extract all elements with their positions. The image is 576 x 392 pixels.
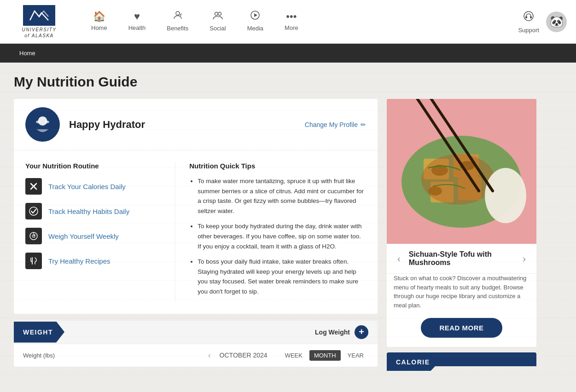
date-nav: ‹ OCTOBER 2024 — [204, 349, 269, 362]
weight-section: WEIGHT Log Weight + Weight (lbs) ‹ OCTOB… — [14, 321, 378, 367]
habits-icon — [25, 203, 42, 219]
prev-date-button[interactable]: ‹ — [204, 349, 215, 362]
recipe-description: Stuck on what to cook? Discover a mouthw… — [387, 274, 536, 318]
svg-point-3 — [218, 12, 221, 16]
change-profile-link[interactable]: Change My Profile ✏ — [305, 121, 366, 128]
svg-point-6 — [524, 12, 533, 21]
benefits-icon — [173, 10, 183, 23]
health-icon: ♥ — [134, 11, 140, 23]
routine-item-recipes[interactable]: Try Healthy Recipes — [25, 253, 161, 269]
tip-item-2: To keep your body hydrated during the da… — [198, 221, 366, 251]
tips-right: Nutrition Quick Tips To make water more … — [175, 162, 366, 302]
svg-point-12 — [45, 121, 49, 123]
recipe-card: ‹ Sichuan-Style Tofu with Mushrooms › St… — [387, 99, 536, 347]
breadcrumb-bar: Home — [0, 44, 576, 63]
routine-section: Your Nutrition Routine Track Your Calori… — [14, 150, 378, 314]
svg-point-11 — [36, 121, 41, 123]
avatar[interactable]: 🐼 — [546, 12, 567, 32]
plus-icon: + — [355, 325, 368, 339]
scale-icon — [25, 228, 42, 244]
support-button[interactable]: Support — [518, 10, 539, 34]
nav-home[interactable]: 🏠 Home — [83, 6, 116, 37]
date-display: OCTOBER 2024 — [218, 352, 269, 359]
fork-knife-icon — [25, 253, 42, 269]
social-icon — [213, 10, 223, 23]
routine-item-calories[interactable]: Track Your Calories Daily — [25, 178, 161, 195]
recipe-image — [387, 99, 536, 244]
main-layout: Happy Hydrator Change My Profile ✏ Your … — [14, 99, 562, 367]
logo-text: UNIVERSITY of ALASKA — [22, 27, 56, 39]
more-icon: ••• — [286, 11, 297, 23]
recipe-title: Sichuan-Style Tofu with Mushrooms — [404, 250, 519, 267]
week-tab[interactable]: WEEK — [280, 350, 307, 361]
navbar: UNIVERSITY of ALASKA 🏠 Home ♥ Health Ben… — [0, 0, 576, 44]
recipe-prev-arrow[interactable]: ‹ — [394, 252, 404, 265]
weight-top-row: WEIGHT Log Weight + — [14, 321, 378, 344]
logo[interactable]: UNIVERSITY of ALASKA — [9, 5, 69, 39]
weight-lbs-label: Weight (lbs) — [23, 352, 55, 359]
nav-health[interactable]: ♥ Health — [120, 6, 154, 37]
profile-card: Happy Hydrator Change My Profile ✏ Your … — [14, 99, 378, 314]
tips-title: Nutrition Quick Tips — [189, 162, 366, 170]
routine-item-habits[interactable]: Track Healthy Habits Daily — [25, 203, 161, 219]
tips-list: To make water more tantalizing, spruce i… — [189, 176, 366, 297]
tip-item-3: To boss your daily fluid intake, take wa… — [198, 257, 366, 296]
page-title: My Nutrition Guide — [14, 74, 562, 90]
breadcrumb[interactable]: Home — [14, 47, 41, 59]
month-tab[interactable]: MONTH — [309, 350, 341, 361]
weight-badge: WEIGHT — [14, 322, 64, 343]
calorie-badge-text: CALORIE — [396, 358, 430, 366]
svg-rect-8 — [530, 16, 532, 18]
nav-right: Support 🐼 — [518, 10, 567, 34]
nav-more[interactable]: ••• More — [276, 6, 307, 37]
routine-left: Your Nutrition Routine Track Your Calori… — [25, 162, 161, 302]
left-panel: Happy Hydrator Change My Profile ✏ Your … — [14, 99, 378, 367]
right-panel: ‹ Sichuan-Style Tofu with Mushrooms › St… — [387, 99, 536, 366]
page-body: My Nutrition Guide Happy Hyd — [0, 63, 576, 392]
nav-social[interactable]: Social — [201, 6, 234, 38]
svg-point-31 — [485, 168, 526, 223]
year-tab[interactable]: YEAR — [343, 350, 368, 361]
routine-title: Your Nutrition Routine — [25, 162, 161, 170]
recipe-nav: ‹ Sichuan-Style Tofu with Mushrooms › — [387, 244, 536, 274]
logo-image — [23, 5, 55, 26]
tip-item-1: To make water more tantalizing, spruce i… — [198, 176, 366, 216]
profile-name: Happy Hydrator — [69, 119, 296, 131]
svg-rect-7 — [525, 16, 527, 18]
svg-point-15 — [29, 207, 38, 215]
profile-avatar — [25, 107, 60, 142]
nav-items: 🏠 Home ♥ Health Benefits — [83, 6, 518, 38]
recipe-next-arrow[interactable]: › — [519, 252, 529, 265]
weight-controls: Weight (lbs) ‹ OCTOBER 2024 WEEK MONTH Y… — [14, 344, 378, 367]
calories-icon — [25, 178, 42, 195]
log-weight-button[interactable]: Log Weight + — [306, 321, 378, 344]
support-label: Support — [518, 27, 539, 34]
view-tabs: WEEK MONTH YEAR — [280, 350, 368, 361]
calorie-teaser: CALORIE — [387, 352, 536, 366]
read-more-button[interactable]: READ MORE — [421, 318, 502, 338]
routine-item-weigh[interactable]: Weigh Yourself Weekly — [25, 228, 161, 244]
nav-media[interactable]: Media — [239, 6, 272, 38]
svg-point-2 — [215, 12, 218, 16]
home-icon: 🏠 — [93, 11, 105, 23]
media-icon — [250, 10, 260, 23]
profile-header: Happy Hydrator Change My Profile ✏ — [14, 99, 378, 150]
svg-point-1 — [176, 12, 180, 15]
svg-marker-5 — [254, 13, 257, 17]
pencil-icon: ✏ — [361, 121, 366, 128]
nav-benefits[interactable]: Benefits — [158, 6, 197, 38]
headset-icon — [523, 10, 535, 25]
